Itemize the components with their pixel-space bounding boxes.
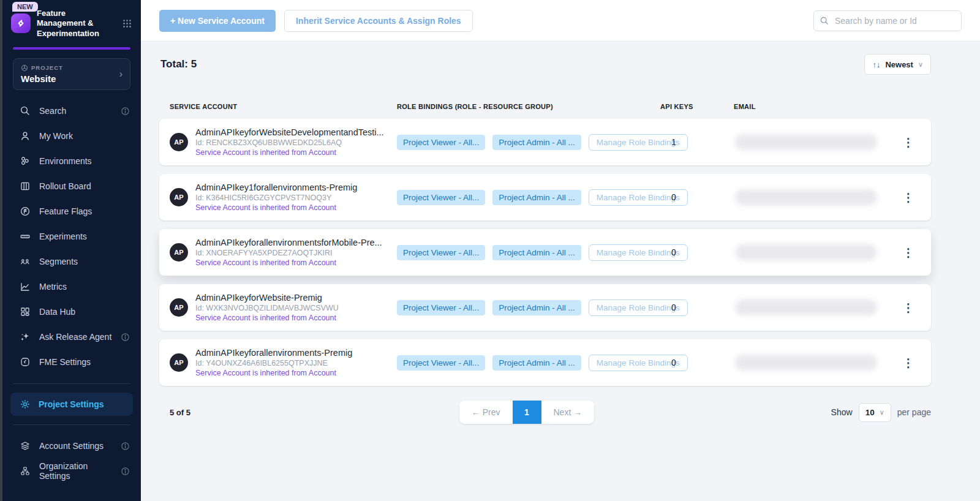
- row-menu-kebab-icon[interactable]: ⋮: [896, 247, 921, 258]
- email-redacted: [735, 355, 877, 371]
- main-area: + New Service Account Inherit Service Ac…: [141, 0, 980, 501]
- cube-icon: [21, 64, 28, 72]
- table-row: AP AdminAPIkeyforWebsite-Premig Id: WXK3…: [159, 284, 931, 331]
- inherit-service-accounts-button[interactable]: Inherit Service Accounts & Assign Roles: [284, 10, 473, 32]
- avatar: AP: [170, 133, 188, 151]
- inherited-note: Service Account is inherited from Accoun…: [195, 148, 384, 157]
- hexagons-icon: [20, 156, 31, 167]
- total-count: Total: 5: [159, 58, 197, 70]
- sidebar-item-ask-release-agent[interactable]: Ask Release Agent: [2, 325, 141, 350]
- sidebar-item-project-settings[interactable]: Project Settings: [10, 393, 133, 416]
- sidebar-header: NEW Feature Management & Experimentation: [2, 0, 141, 45]
- pagination-count: 5 of 5: [159, 408, 282, 417]
- role-badge: Project Viewer - All...: [397, 135, 485, 150]
- sidebar-item-experiments[interactable]: Experiments: [2, 224, 141, 249]
- info-icon[interactable]: [121, 467, 130, 476]
- sidebar-item-account-settings[interactable]: Account Settings: [2, 434, 141, 459]
- prev-page-button[interactable]: ← Prev: [459, 401, 513, 424]
- sidebar-item-organization-settings[interactable]: Organization Settings: [2, 459, 141, 484]
- avatar: AP: [170, 298, 188, 317]
- search-box: [813, 10, 962, 31]
- role-badge: Project Viewer - All...: [397, 245, 485, 260]
- people-icon: [20, 256, 31, 267]
- top-toolbar: + New Service Account Inherit Service Ac…: [141, 0, 980, 42]
- service-account-id: Id: Y4OUNXZ46A6IBL6255QTPXJJNE: [195, 359, 352, 367]
- chevron-down-icon: ∨: [918, 61, 923, 69]
- chevron-right-icon: ›: [119, 69, 123, 80]
- sidebar-item-search[interactable]: Search: [2, 99, 141, 124]
- line-chart-icon: [20, 281, 31, 292]
- table-row: AP AdminAPIkeyforallenvironmentsforMobil…: [159, 229, 931, 276]
- table-header: SERVICE ACCOUNT ROLE BINDINGS (ROLE - RE…: [159, 103, 931, 119]
- role-badge: Project Admin - All ...: [492, 190, 581, 205]
- row-menu-kebab-icon[interactable]: ⋮: [896, 137, 921, 148]
- role-badge: Project Admin - All ...: [492, 245, 581, 260]
- app-window: NEW Feature Management & Experimentation…: [0, 0, 980, 501]
- info-icon[interactable]: [121, 442, 130, 451]
- avatar: AP: [170, 353, 188, 372]
- sidebar-item-my-work[interactable]: My Work: [2, 124, 141, 149]
- new-badge: NEW: [12, 2, 38, 12]
- email-redacted: [735, 189, 877, 205]
- sort-dropdown[interactable]: ↑↓ Newest ∨: [864, 54, 931, 75]
- col-email: EMAIL: [734, 103, 896, 110]
- inherited-note: Service Account is inherited from Accoun…: [195, 203, 357, 212]
- divider: [13, 383, 130, 384]
- table-row: AP AdminAPIkey1forallenvironments-Premig…: [159, 174, 931, 220]
- role-badge: Project Admin - All ...: [492, 355, 581, 371]
- info-icon[interactable]: [121, 107, 130, 116]
- sidebar-item-segments[interactable]: Segments: [2, 249, 141, 274]
- search-icon: [20, 105, 31, 116]
- sidebar-item-environments[interactable]: Environments: [2, 149, 141, 174]
- sidebar: NEW Feature Management & Experimentation…: [0, 0, 141, 501]
- next-page-button[interactable]: Next →: [541, 401, 595, 424]
- content-area: Total: 5 ↑↓ Newest ∨ SERVICE ACCOUNT ROL…: [141, 42, 980, 501]
- inherited-note: Service Account is inherited from Accoun…: [195, 369, 352, 377]
- org-chart-gear-icon: [20, 465, 31, 477]
- email-redacted: [735, 299, 877, 315]
- sidebar-nav: Search My Work Environments Rollout Boar…: [2, 99, 141, 375]
- pagination-bar: 5 of 5 ← Prev 1 Next → Show 10 ∨ per pag…: [159, 401, 931, 424]
- pager-group: ← Prev 1 Next →: [459, 401, 594, 424]
- search-input[interactable]: [813, 10, 962, 31]
- fme-logo-outline-icon: [20, 356, 31, 367]
- per-page-label: per page: [897, 407, 931, 417]
- brand-underline: [13, 47, 130, 50]
- row-menu-kebab-icon[interactable]: ⋮: [896, 192, 921, 203]
- sort-arrows-icon: ↑↓: [872, 60, 880, 69]
- current-page-button[interactable]: 1: [513, 401, 541, 424]
- sidebar-item-fme-settings[interactable]: FME Settings: [2, 350, 141, 375]
- sidebar-item-metrics[interactable]: Metrics: [2, 274, 141, 299]
- chevron-down-icon: ∨: [880, 409, 884, 416]
- divider: [13, 424, 130, 425]
- service-account-id: Id: WXK3NVOJBQZILIDMAVBJWCSVWU: [195, 304, 339, 312]
- project-selector[interactable]: PROJECT Website ›: [13, 58, 130, 90]
- email-redacted: [735, 134, 877, 150]
- service-account-name: AdminAPIkeyforallenvironments-Premig: [195, 348, 352, 358]
- info-icon[interactable]: [121, 333, 130, 342]
- app-title: Feature Management & Experimentation: [37, 9, 107, 39]
- row-menu-kebab-icon[interactable]: ⋮: [896, 357, 921, 369]
- service-account-name: AdminAPIkeyforWebsiteDevelopmentandTesti…: [195, 127, 384, 137]
- search-icon: [820, 16, 829, 26]
- avatar: AP: [170, 243, 188, 262]
- sidebar-item-feature-flags[interactable]: Feature Flags: [2, 199, 141, 224]
- new-service-account-button[interactable]: + New Service Account: [159, 10, 276, 32]
- api-keys-count: 0: [660, 192, 734, 202]
- data-grid-icon: [20, 306, 31, 317]
- service-account-id: Id: RENCKBZ3XQ6UBBWWEDKD25L6AQ: [195, 138, 384, 147]
- per-page-select[interactable]: 10 ∨: [859, 403, 891, 422]
- layers-gear-icon: [20, 440, 31, 451]
- service-account-id: Id: XNOERAFYYA5XPDEZ7AOQTJKIRI: [195, 249, 382, 257]
- role-badge: Project Admin - All ...: [492, 135, 581, 150]
- role-badge: Project Viewer - All...: [397, 190, 485, 205]
- api-keys-count: 1: [660, 137, 734, 147]
- avatar: AP: [170, 188, 188, 206]
- app-switcher-grid-icon[interactable]: [122, 18, 132, 29]
- table-row: AP AdminAPIkeyforallenvironments-Premig …: [159, 339, 931, 386]
- sidebar-item-rollout-board[interactable]: Rollout Board: [2, 174, 141, 199]
- sidebar-item-data-hub[interactable]: Data Hub: [2, 299, 141, 325]
- inherited-note: Service Account is inherited from Accoun…: [195, 314, 339, 322]
- api-keys-count: 0: [660, 303, 734, 312]
- row-menu-kebab-icon[interactable]: ⋮: [896, 302, 921, 314]
